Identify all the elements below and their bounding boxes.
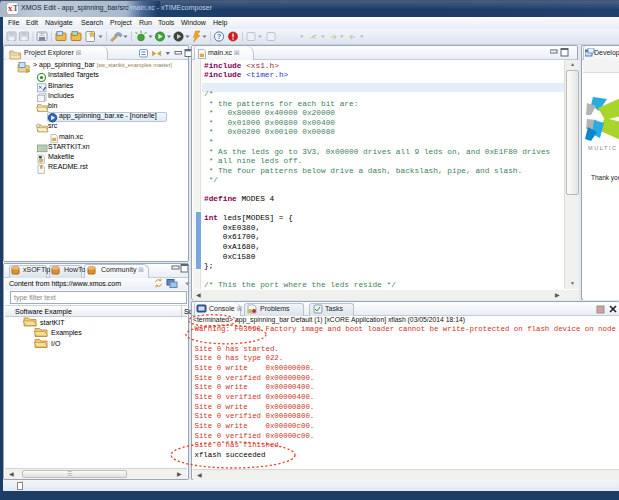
svg-text:?: ? — [217, 32, 222, 41]
